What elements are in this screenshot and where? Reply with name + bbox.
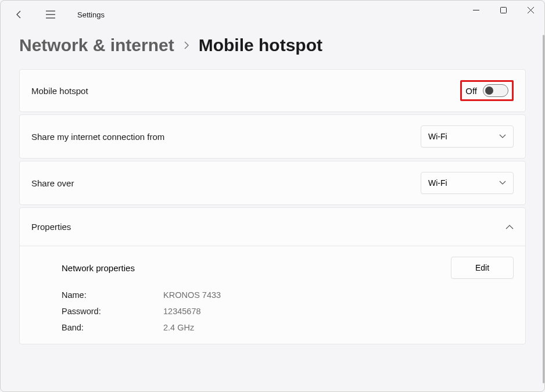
maximize-button[interactable]: [490, 1, 517, 19]
properties-expander[interactable]: Properties: [20, 208, 525, 246]
share-over-label: Share over: [31, 178, 74, 188]
back-button[interactable]: [9, 4, 30, 25]
hotspot-toggle-highlight: Off: [460, 80, 514, 101]
share-over-dropdown[interactable]: Wi-Fi: [421, 172, 514, 194]
app-title: Settings: [77, 10, 105, 19]
prop-password-key: Password:: [62, 307, 163, 316]
prop-password-val: 12345678: [163, 307, 514, 316]
breadcrumb: Network & internet Mobile hotspot: [19, 35, 526, 55]
breadcrumb-parent[interactable]: Network & internet: [19, 35, 174, 55]
share-from-label: Share my internet connection from: [31, 132, 164, 142]
minimize-button[interactable]: [462, 1, 490, 19]
hotspot-toggle-row: Mobile hotspot Off: [20, 70, 525, 112]
page-title: Mobile hotspot: [199, 35, 322, 55]
titlebar: Settings: [1, 1, 544, 28]
share-over-row: Share over Wi-Fi: [20, 161, 525, 204]
prop-band-key: Band:: [62, 323, 163, 332]
close-button[interactable]: [517, 1, 544, 19]
properties-title: Properties: [31, 222, 71, 232]
share-from-value: Wi-Fi: [428, 132, 447, 141]
scrollbar[interactable]: [543, 35, 544, 383]
share-from-dropdown[interactable]: Wi-Fi: [421, 125, 514, 148]
chevron-down-icon: [499, 181, 506, 185]
chevron-right-icon: [184, 41, 189, 50]
toggle-state-text: Off: [465, 86, 477, 96]
minimize-icon: [473, 7, 479, 13]
svg-rect-4: [501, 7, 507, 13]
menu-button[interactable]: [40, 4, 61, 25]
share-from-row: Share my internet connection from Wi-Fi: [20, 115, 525, 158]
network-properties-label: Network properties: [62, 263, 135, 273]
toggle-knob: [485, 87, 493, 95]
hotspot-toggle[interactable]: [483, 84, 508, 97]
back-icon: [15, 10, 24, 19]
chevron-up-icon: [505, 224, 514, 229]
maximize-icon: [500, 7, 507, 13]
hamburger-icon: [46, 10, 55, 19]
prop-name-key: Name:: [62, 290, 163, 300]
prop-name-val: KRONOS 7433: [163, 290, 514, 300]
close-icon: [528, 7, 534, 13]
hotspot-label: Mobile hotspot: [31, 86, 88, 96]
prop-band-val: 2.4 GHz: [163, 323, 514, 332]
edit-button[interactable]: Edit: [451, 257, 514, 279]
share-over-value: Wi-Fi: [428, 178, 447, 188]
chevron-down-icon: [499, 134, 506, 139]
